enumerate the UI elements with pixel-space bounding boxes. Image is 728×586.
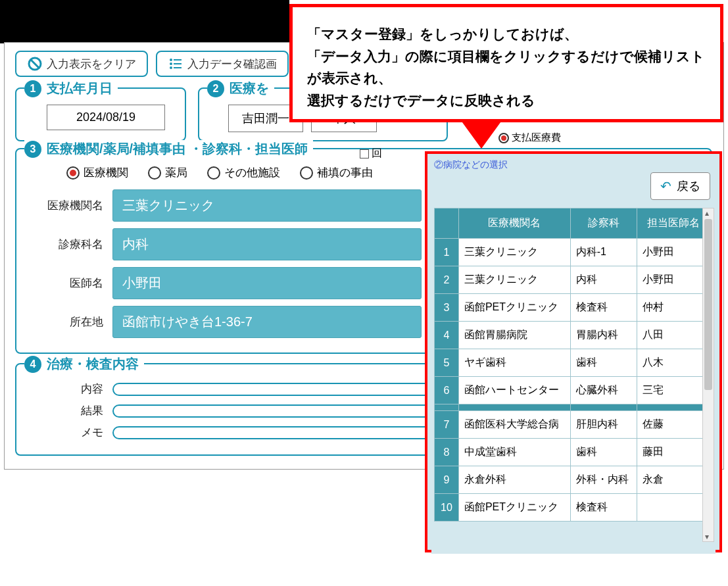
radio-other-facility[interactable]: その他施設 [207,165,280,180]
row-number: 5 [435,349,459,377]
row-number: 3 [435,294,459,322]
row-doctor: 八木 [637,349,710,377]
row-department: 検査科 [570,294,637,322]
row-doctor: 小野田 [637,266,710,294]
address-input[interactable]: 函館市けやき台1-36-7 [112,306,422,338]
row-institution: 中成堂歯科 [458,439,570,466]
table-row[interactable]: 1三葉クリニック内科-1小野田 [435,239,710,266]
department-input[interactable]: 内科 [112,228,422,260]
section-title-4: 治療・検査内容 [47,355,139,373]
row-doctor: 三宅 [637,377,710,404]
header-black-bar [0,0,289,43]
row-institution: 函館PETクリニック [458,494,570,522]
radio-medical-institution[interactable]: 医療機関 [66,165,128,180]
row-department: 肝胆内科 [570,411,637,439]
section-title-2: 医療を [230,80,269,97]
section-number-2: 2 [207,80,224,97]
row-doctor: 藤田 [637,439,710,466]
row-institution: 函館ハートセンター [458,377,570,404]
row-department: 歯科 [570,349,637,377]
row-doctor: 小野田 [637,239,710,266]
table-row[interactable]: 10函館PETクリニック検査科 [435,494,710,522]
radio-icon [300,166,313,180]
doctor-input[interactable]: 小野田 [112,267,422,299]
section-number-1: 1 [24,80,41,97]
section-number-4: 4 [24,356,41,373]
section-number-3: 3 [24,141,41,158]
row-institution: 函館PETクリニック [458,294,570,322]
memo-label: メモ [27,425,112,440]
row-number: 1 [435,239,459,266]
radio-pay-medical-2[interactable]: 支払医療費 [498,132,561,144]
popup-title: ②病院などの選択 [431,158,716,172]
row-doctor [637,494,710,522]
row-doctor: 佐藤 [637,411,710,439]
confirm-button[interactable]: 入力データ確認画 [156,51,289,77]
row-institution: 三葉クリニック [458,266,570,294]
checkbox-label: 回 [372,147,382,160]
radio-pharmacy[interactable]: 薬局 [148,165,187,180]
svg-rect-5 [174,63,182,64]
table-row[interactable]: 9永倉外科外科・内科永倉 [435,466,710,494]
back-button-label: 戻る [677,178,700,194]
back-button[interactable]: ↶ 戻る [650,172,710,200]
row-number: 4 [435,322,459,349]
confirm-button-label: 入力データ確認画 [187,57,277,72]
row-doctor: 八田 [637,322,710,349]
radio-icon [66,166,80,180]
radio-icon [148,166,161,180]
table-row[interactable]: 8中成堂歯科歯科藤田 [435,439,710,466]
table-header-institution[interactable]: 医療機関名 [458,208,570,239]
table-row[interactable]: 3函館PETクリニック検査科仲村 [435,294,710,322]
payment-type-radios-2: 支払医療費 [498,132,561,144]
table-row[interactable]: 6函館ハートセンター心臓外科三宅 [435,377,710,404]
hospital-table: 医療機関名 診察科 担当医師名 1三葉クリニック内科-1小野田2三葉クリニック内… [434,208,710,522]
section3-checkbox[interactable]: 回 [360,147,382,160]
svg-point-4 [170,62,172,65]
result-label: 結果 [27,403,112,418]
row-number: 2 [435,266,459,294]
hospital-select-popup: ②病院などの選択 ↶ 戻る 医療機関名 診察科 担当医師名 1三葉クリニック内科… [425,151,722,552]
section-title-1: 支払年月日 [47,80,112,97]
undo-icon: ↶ [660,178,671,194]
scroll-up-icon: ▴ [705,208,709,218]
section-title-3: 医療機関/薬局/補填事由 ・診察科・担当医師 [47,140,308,158]
clear-button[interactable]: 入力表示をクリア [15,51,148,77]
row-number: 7 [435,411,459,439]
row-department: 内科-1 [570,239,637,266]
row-department: 歯科 [570,439,637,466]
institution-name-input[interactable]: 三葉クリニック [112,189,422,222]
row-doctor: 永倉 [637,466,710,494]
row-number: 10 [435,494,459,522]
table-row[interactable]: 7函館医科大学総合病肝胆内科佐藤 [435,411,710,439]
table-header-corner [435,208,459,239]
row-department: 外科・内科 [570,466,637,494]
row-institution: 函館医科大学総合病 [458,411,570,439]
row-institution: 函館胃腸病院 [458,322,570,349]
scroll-down-icon: ▾ [705,532,709,541]
row-institution: 永倉外科 [458,466,570,494]
table-row[interactable]: 5ヤギ歯科歯科八木 [435,349,710,377]
table-row[interactable]: 2三葉クリニック内科小野田 [435,266,710,294]
row-department: 胃腸内科 [570,322,637,349]
radio-reimbursement-reason[interactable]: 補填の事由 [300,165,373,180]
row-doctor: 仲村 [637,294,710,322]
table-row[interactable]: 4函館胃腸病院胃腸内科八田 [435,322,710,349]
doctor-label: 医師名 [27,276,112,291]
annotation-callout: 「マスター登録」をしっかりしておけば、 「データ入力」の際に項目欄をクリックする… [289,4,723,122]
checkbox-icon [360,149,369,159]
prohibit-icon [27,56,43,72]
table-header-doctor[interactable]: 担当医師名 [637,208,710,239]
svg-line-1 [31,60,39,68]
svg-rect-7 [174,67,182,68]
section-payment-date: 1 支払年月日 2024/08/19 [15,87,186,141]
table-header-department[interactable]: 診察科 [570,208,637,239]
row-department: 心臓外科 [570,377,637,404]
row-number: 6 [435,377,459,404]
payment-date-field[interactable]: 2024/08/19 [47,105,165,130]
clear-button-label: 入力表示をクリア [47,57,136,72]
row-institution: ヤギ歯科 [458,349,570,377]
scroll-thumb[interactable] [704,219,712,390]
popup-scrollbar[interactable]: ▴ ▾ [702,208,714,542]
content-label: 内容 [27,381,112,397]
